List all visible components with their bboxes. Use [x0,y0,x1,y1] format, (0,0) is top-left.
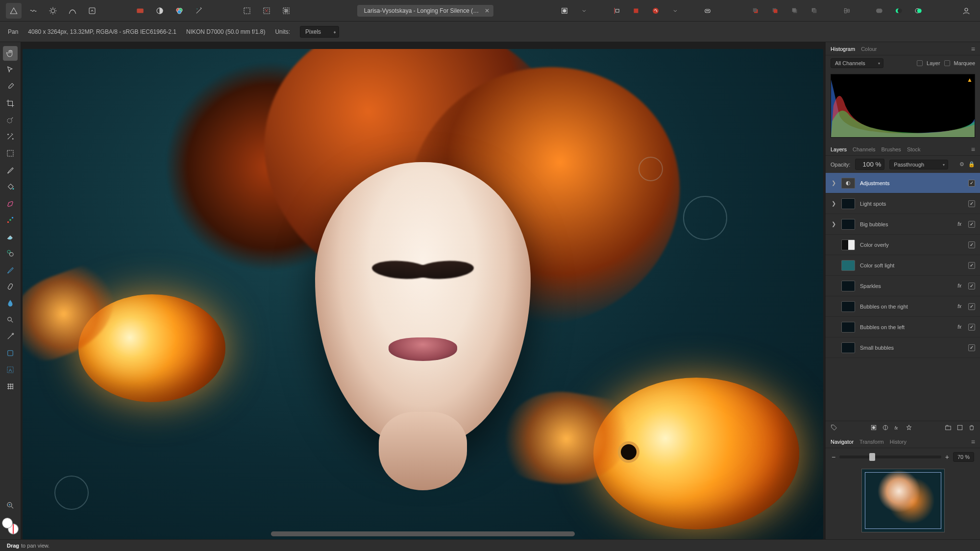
dodge-tool[interactable] [3,312,18,327]
delete-layer-icon[interactable] [968,424,975,432]
expand-icon[interactable]: ❯ [831,200,836,207]
panel-menu-icon[interactable]: ≡ [971,45,975,53]
visibility-toggle[interactable] [968,283,975,289]
fx-icon[interactable]: fx [894,424,901,432]
snap-toggle-icon[interactable] [648,3,663,19]
arrange-back-icon[interactable] [748,3,763,19]
tab-stock[interactable]: Stock [907,146,921,152]
navigator-thumbnail[interactable] [861,469,945,532]
blur-tool[interactable] [3,296,18,311]
persona-tone-icon[interactable] [65,3,80,19]
document-tab[interactable]: Larisa-Vysotskaya - Longing For Silence … [357,5,493,17]
tab-navigator[interactable]: Navigator [831,439,854,445]
layer-row[interactable]: ❯Light spots [826,193,980,214]
layer-row[interactable]: Bubbles on the rightfx [826,296,980,317]
layer-row[interactable]: Color soft light [826,255,980,276]
horizontal-scrollbar[interactable] [271,531,575,536]
dropdown-caret-icon[interactable] [667,3,683,19]
expand-icon[interactable]: ❯ [831,180,836,186]
visibility-toggle[interactable] [968,303,975,310]
zoom-in-button[interactable]: + [945,453,949,461]
layer-row[interactable]: ❯◐Adjustments [826,173,980,193]
pen-tool[interactable] [3,196,18,211]
persona-export-icon[interactable] [84,3,100,19]
shape-tool[interactable] [3,346,18,360]
assistant-icon[interactable] [700,3,715,19]
arrange-front-icon[interactable] [807,3,822,19]
panel-menu-icon[interactable]: ≡ [971,438,975,446]
blend-mode-select[interactable]: Passthrough [889,160,948,169]
color-wheel-icon[interactable] [172,3,187,19]
persona-develop-icon[interactable] [45,3,61,19]
account-icon[interactable] [958,3,974,19]
tab-colour[interactable]: Colour [861,46,877,52]
selection-remove-icon[interactable] [259,3,274,19]
paint-brush-tool[interactable] [3,163,18,177]
layer-checkbox[interactable] [917,60,923,66]
layer-row[interactable]: Sparklesfx [826,276,980,296]
visibility-toggle[interactable] [968,241,975,248]
mask-icon[interactable] [870,424,877,432]
panel-menu-icon[interactable]: ≡ [971,145,975,153]
move-tool[interactable] [3,63,18,77]
tab-histogram[interactable]: Histogram [831,46,855,52]
lock-icon[interactable]: 🔒 [968,161,975,168]
visibility-toggle[interactable] [968,180,975,187]
app-logo[interactable] [6,3,22,19]
canvas[interactable] [23,49,823,539]
wand-icon[interactable] [191,3,207,19]
text-tool[interactable]: A [3,362,18,377]
navigator-viewport[interactable] [865,472,941,529]
zoom-value[interactable]: 70 % [953,452,974,462]
layer-row[interactable]: Color overly [826,235,980,255]
inpaint-tool[interactable] [3,263,18,277]
flood-select-tool[interactable] [3,129,18,144]
opacity-input[interactable] [855,159,884,170]
align-icon[interactable] [839,3,855,19]
tab-brushes[interactable]: Brushes [882,146,901,152]
boolean-intersect-icon[interactable] [910,3,926,19]
expand-icon[interactable]: ❯ [831,221,836,227]
crop-tool[interactable] [3,96,18,111]
add-layer-icon[interactable] [956,424,963,432]
selection-brush-tool[interactable] [3,113,18,127]
tab-layers[interactable]: Layers [831,146,847,152]
gear-icon[interactable]: ⚙ [959,161,964,168]
visibility-toggle[interactable] [968,262,975,269]
selection-new-icon[interactable] [239,3,255,19]
healing-tool[interactable] [3,279,18,294]
channel-select[interactable]: All Channels [831,58,883,68]
zoom-tool[interactable] [3,498,18,513]
canvas-area[interactable] [21,42,825,539]
color-swatches[interactable] [2,518,19,534]
tab-channels[interactable]: Channels [853,146,875,152]
live-filter-icon[interactable] [906,424,912,432]
boolean-add-icon[interactable] [871,3,887,19]
zoom-slider[interactable] [839,455,941,458]
units-select[interactable]: Pixels [300,26,339,38]
tab-transform[interactable]: Transform [859,439,884,445]
close-doc-icon[interactable]: ✕ [485,7,490,14]
clone-tool[interactable] [3,246,18,261]
visibility-toggle[interactable] [968,221,975,228]
snap-center-icon[interactable] [628,3,644,19]
persona-liquify-icon[interactable] [25,3,41,19]
layer-row[interactable]: Small bubbles [826,337,980,358]
swatch-picker-icon[interactable] [132,3,148,19]
arrange-backward-icon[interactable] [767,3,783,19]
marquee-checkbox[interactable] [944,60,950,66]
visibility-toggle[interactable] [968,344,975,351]
visibility-toggle[interactable] [968,200,975,207]
tab-history[interactable]: History [890,439,906,445]
group-icon[interactable] [945,424,952,432]
boolean-subtract-icon[interactable] [891,3,906,19]
fill-tool[interactable] [3,179,18,194]
fg-swatch[interactable] [2,518,13,528]
contrast-icon[interactable] [152,3,168,19]
layer-row[interactable]: ❯Big bubblesfx [826,214,980,235]
tag-icon[interactable] [831,424,837,432]
sponge-tool[interactable] [3,329,18,344]
adjustment-icon[interactable] [882,424,889,432]
snap-left-icon[interactable] [609,3,624,19]
visibility-toggle[interactable] [968,324,975,331]
